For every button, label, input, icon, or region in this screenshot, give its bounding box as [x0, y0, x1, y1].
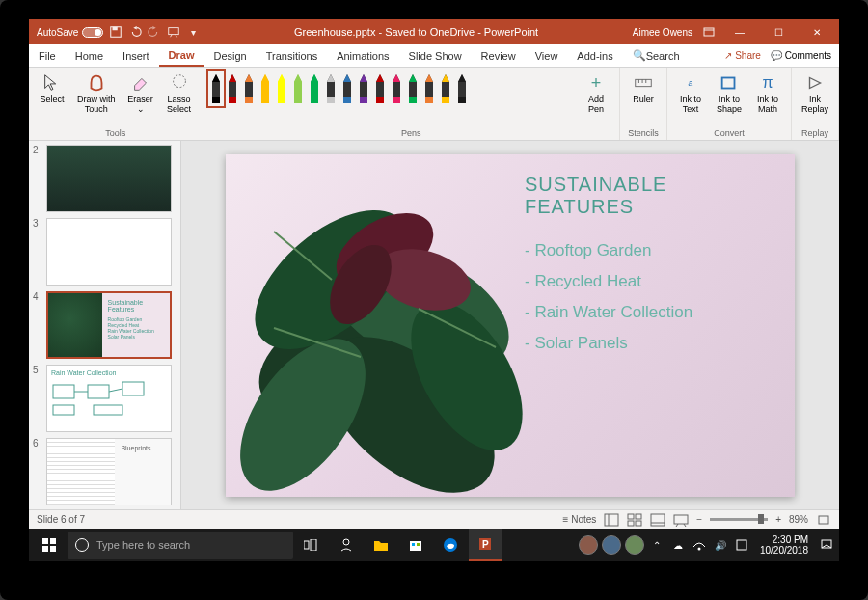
notes-button[interactable]: ≡ Notes [563, 514, 597, 525]
fit-to-window-icon[interactable] [816, 513, 831, 527]
pen-color-7[interactable] [324, 72, 338, 105]
draw-touch-button[interactable]: Draw with Touch [73, 70, 120, 126]
pen-color-15[interactable] [455, 72, 469, 105]
share-button[interactable]: ↗ Share [724, 50, 760, 61]
sorter-view-icon[interactable] [627, 513, 642, 527]
tab-slideshow[interactable]: Slide Show [399, 44, 472, 67]
taskbar-avatar[interactable] [602, 535, 621, 555]
slide-canvas[interactable]: SUSTAINABLE FEATURES - Rooftop Garden - … [181, 141, 839, 509]
onedrive-icon[interactable]: ☁ [669, 529, 687, 561]
pen-color-14[interactable] [439, 72, 452, 105]
slide[interactable]: SUSTAINABLE FEATURES - Rooftop Garden - … [226, 154, 795, 497]
ink-to-math-button[interactable]: π Ink to Math [750, 70, 785, 126]
eraser-icon [130, 72, 151, 94]
lasso-button[interactable]: Lasso Select [162, 70, 197, 126]
save-icon[interactable] [109, 25, 122, 39]
svg-rect-29 [88, 385, 109, 398]
pen-color-1[interactable] [226, 72, 239, 105]
pen-color-5[interactable] [291, 72, 305, 105]
tab-design[interactable]: Design [204, 44, 257, 67]
volume-icon[interactable]: 🔊 [712, 529, 729, 561]
tab-search[interactable]: 🔍 Search [623, 44, 690, 67]
svg-rect-49 [628, 514, 634, 519]
thumbnail-6[interactable]: Blueprints [46, 438, 172, 505]
eraser-button[interactable]: Eraser⌄ [123, 70, 158, 126]
thumbnail-2[interactable] [46, 145, 172, 212]
reading-view-icon[interactable] [650, 513, 665, 527]
svg-rect-18 [393, 97, 400, 103]
tab-file[interactable]: File [29, 44, 66, 67]
zoom-level[interactable]: 89% [789, 514, 808, 525]
taskbar-avatar[interactable] [625, 535, 644, 555]
svg-rect-19 [409, 97, 417, 103]
pen-color-4[interactable] [275, 72, 288, 105]
tab-addins[interactable]: Add-ins [567, 44, 622, 67]
pen-color-8[interactable] [340, 72, 354, 105]
add-pen-button[interactable]: + Add Pen [579, 70, 613, 126]
taskbar-search[interactable]: Type here to search [68, 532, 293, 559]
svg-rect-31 [53, 405, 74, 415]
input-icon[interactable] [733, 529, 750, 561]
close-button[interactable]: ✕ [802, 27, 831, 38]
minimize-button[interactable]: — [725, 27, 754, 38]
tab-animations[interactable]: Animations [327, 44, 398, 67]
replay-icon [804, 72, 826, 94]
tab-review[interactable]: Review [472, 44, 526, 67]
maximize-button[interactable]: ☐ [764, 27, 793, 38]
zoom-out-button[interactable]: − [696, 514, 702, 525]
pen-color-11[interactable] [390, 72, 403, 105]
notifications-icon[interactable] [818, 529, 835, 561]
file-explorer-icon[interactable] [365, 529, 397, 561]
pen-color-2[interactable] [242, 72, 256, 105]
task-view-icon[interactable] [295, 529, 328, 561]
pen-color-6[interactable] [308, 72, 321, 105]
pen-color-9[interactable] [357, 72, 370, 105]
customize-qat-icon[interactable]: ▾ [186, 25, 200, 39]
pen-color-10[interactable] [373, 72, 387, 105]
normal-view-icon[interactable] [604, 513, 619, 527]
tab-draw[interactable]: Draw [159, 44, 204, 67]
comments-button[interactable]: 💬 Comments [771, 50, 831, 61]
zoom-in-button[interactable]: + [775, 514, 781, 525]
tab-view[interactable]: View [526, 44, 568, 67]
slide-title[interactable]: SUSTAINABLE FEATURES [525, 174, 775, 218]
slideshow-view-icon[interactable] [673, 513, 689, 527]
slide-thumbnails[interactable]: 2 3 4Sustainable FeaturesRooftop GardenR… [29, 141, 181, 509]
pen-color-12[interactable] [406, 72, 420, 105]
network-icon[interactable] [691, 529, 708, 561]
tab-home[interactable]: Home [66, 44, 113, 67]
redo-icon[interactable] [148, 25, 161, 39]
ink-replay-button[interactable]: Ink Replay [798, 70, 832, 126]
slide-bullet[interactable]: - Recycled Heat [525, 272, 775, 291]
undo-icon[interactable] [128, 25, 142, 39]
present-icon[interactable] [167, 25, 180, 39]
slide-bullet[interactable]: - Solar Panels [525, 334, 775, 353]
user-name[interactable]: Aimee Owens [633, 27, 692, 38]
edge-icon[interactable] [434, 529, 467, 561]
ink-to-shape-button[interactable]: Ink to Shape [712, 70, 746, 126]
taskbar-clock[interactable]: 2:30 PM 10/20/2018 [754, 534, 814, 556]
ribbon-options-icon[interactable] [702, 25, 716, 39]
thumbnail-5[interactable]: Rain Water Collection [46, 365, 172, 432]
pen-color-13[interactable] [422, 72, 436, 105]
thumbnail-3[interactable] [46, 218, 172, 286]
svg-rect-5 [704, 28, 714, 36]
ruler-button[interactable]: Ruler [626, 70, 661, 126]
slide-bullet[interactable]: - Rain Water Collection [525, 303, 775, 322]
people-icon[interactable] [330, 529, 363, 561]
slide-bullet[interactable]: - Rooftop Garden [525, 241, 775, 260]
start-button[interactable] [33, 529, 66, 561]
powerpoint-icon[interactable]: P [469, 529, 502, 561]
autosave-toggle[interactable]: AutoSave [37, 27, 103, 38]
pen-color-0[interactable] [209, 72, 223, 105]
tray-up-icon[interactable]: ⌃ [648, 529, 665, 561]
tab-insert[interactable]: Insert [113, 44, 159, 67]
store-icon[interactable] [399, 529, 432, 561]
select-button[interactable]: Select [35, 70, 69, 126]
thumbnail-4[interactable]: Sustainable FeaturesRooftop GardenRecycl… [46, 291, 172, 359]
zoom-slider[interactable] [710, 518, 768, 521]
ink-to-text-button[interactable]: a Ink to Text [673, 70, 708, 126]
pen-color-3[interactable] [258, 72, 272, 105]
tab-transitions[interactable]: Transitions [257, 44, 327, 67]
taskbar-avatar[interactable] [579, 535, 598, 555]
